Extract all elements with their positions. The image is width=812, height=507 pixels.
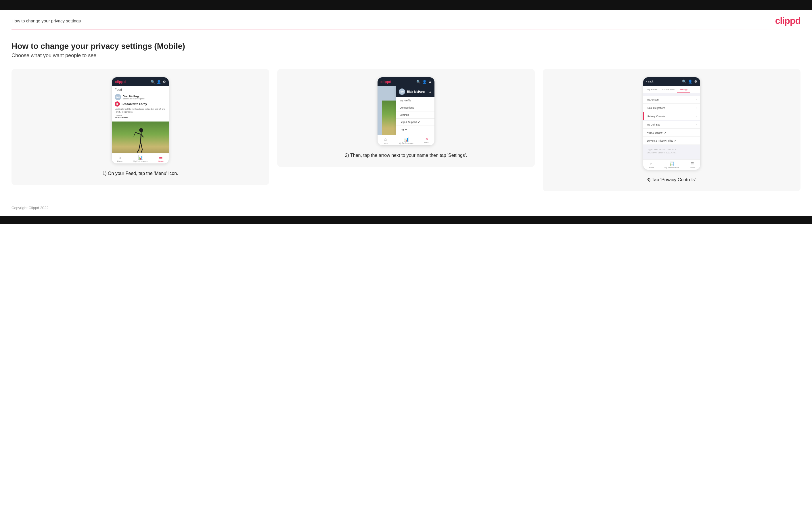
lesson-icon: 📋 <box>115 101 120 107</box>
phone-bottom-nav-3: ⌂ Home 📊 My Performance ☰ Menu <box>643 159 700 170</box>
feed-item: BM Blair McHarg Yesterday · Sunningdale … <box>112 92 169 121</box>
svg-line-8 <box>141 150 142 153</box>
settings-item-account[interactable]: My Account › <box>643 96 700 104</box>
svg-line-5 <box>139 142 141 150</box>
feed-lesson-title: Lesson with Fordy <box>121 103 147 106</box>
performance-icon-3: 📊 <box>669 161 674 166</box>
svg-point-0 <box>139 128 143 132</box>
chevron-right-icon-3: › <box>696 115 697 118</box>
user-icon[interactable]: 👤 <box>157 80 161 84</box>
menu-item-settings[interactable]: Settings <box>396 111 435 119</box>
footer-text: Copyright Clippd 2022 <box>11 206 49 210</box>
svg-line-2 <box>136 132 141 134</box>
menu-settings-label: Settings <box>399 113 409 116</box>
settings-icon[interactable]: ⚙ <box>163 80 166 84</box>
bottom-nav-close[interactable]: ✕ Menu <box>424 137 429 144</box>
bottom-bar <box>0 216 812 224</box>
svg-line-4 <box>134 132 136 136</box>
home-label-2: Home <box>383 142 388 144</box>
search-icon-3[interactable]: 🔍 <box>682 79 687 83</box>
menu-item-connections[interactable]: Connections <box>396 104 435 111</box>
user-icon-3[interactable]: 👤 <box>688 79 693 83</box>
performance-label-3: My Performance <box>664 167 679 169</box>
phone-mockup-3: ‹ Back 🔍 👤 ⚙ My Profile Connections Sett… <box>643 77 701 170</box>
settings-golf-bag-label: My Golf Bag <box>647 123 660 126</box>
performance-label-2: My Performance <box>399 142 413 144</box>
settings-item-privacy[interactable]: Privacy Controls › <box>643 112 700 120</box>
feed-avatar: BM <box>115 94 121 100</box>
feed-user-sub: Yesterday · Sunningdale <box>123 98 145 100</box>
bottom-nav-home-3[interactable]: ⌂ Home <box>648 161 654 169</box>
settings-item-service[interactable]: Service & Privacy Policy ↗ <box>643 137 700 145</box>
menu-user-avatar: BM <box>399 89 405 95</box>
menu-section-home[interactable]: Home ▼ <box>396 133 435 135</box>
menu-user-left: BM Blair McHarg <box>399 89 425 95</box>
svg-line-6 <box>137 150 139 153</box>
menu-label: Menu <box>158 160 164 162</box>
performance-icon: 📊 <box>138 155 143 160</box>
feed-user-row: BM Blair McHarg Yesterday · Sunningdale <box>115 94 166 100</box>
golfer-silhouette <box>133 127 148 153</box>
settings-help-label: Help & Support ↗ <box>647 131 666 134</box>
tab-my-profile[interactable]: My Profile <box>645 86 660 93</box>
settings-icon-2[interactable]: ⚙ <box>428 80 432 84</box>
bottom-nav-menu[interactable]: ☰ Menu <box>158 155 164 162</box>
bg-golf-img <box>382 101 398 135</box>
menu-item-profile[interactable]: My Profile <box>396 97 435 104</box>
settings-version: Clippd Client Version: 2022.8.3-3 GQL Se… <box>643 145 700 157</box>
menu-icon: ☰ <box>159 155 163 160</box>
search-icon[interactable]: 🔍 <box>151 80 155 84</box>
feed-lesson-desc: Looking to feel like my hands are exitin… <box>115 108 166 113</box>
settings-item-data[interactable]: Data Integrations › <box>643 104 700 112</box>
phone-nav-1: clippd 🔍 👤 ⚙ <box>112 77 169 86</box>
settings-icon-3[interactable]: ⚙ <box>694 79 697 83</box>
back-button[interactable]: ‹ Back <box>646 80 654 83</box>
menu-item-help[interactable]: Help & Support ↗ <box>396 119 435 126</box>
settings-item-golf-bag[interactable]: My Golf Bag › <box>643 121 700 129</box>
phone-nav-icons-3: 🔍 👤 ⚙ <box>682 79 697 83</box>
header-title: How to change your privacy settings <box>11 18 81 23</box>
close-label: Menu <box>424 142 429 144</box>
step-1-card: clippd 🔍 👤 ⚙ Feed BM Blair <box>11 69 269 185</box>
top-bar <box>0 0 812 10</box>
bottom-nav-menu-3[interactable]: ☰ Menu <box>690 161 695 169</box>
footer: Copyright Clippd 2022 <box>0 200 812 216</box>
bottom-nav-performance-3[interactable]: 📊 My Performance <box>664 161 679 169</box>
bottom-nav-home[interactable]: ⌂ Home <box>117 155 122 162</box>
tab-connections[interactable]: Connections <box>660 86 677 93</box>
bottom-nav-home-2[interactable]: ⌂ Home <box>383 137 388 144</box>
settings-privacy-label: Privacy Controls <box>648 115 665 118</box>
performance-label: My Performance <box>133 160 148 162</box>
logo: clippd <box>775 15 801 26</box>
bottom-nav-performance-2[interactable]: 📊 My Performance <box>399 137 413 144</box>
svg-line-7 <box>141 142 142 150</box>
menu-profile-label: My Profile <box>399 99 411 102</box>
chevron-right-icon-4: › <box>696 123 697 126</box>
step-2-caption: 2) Then, tap the arrow next to your name… <box>345 152 467 159</box>
chevron-up-icon[interactable]: ▲ <box>429 90 432 93</box>
phone-mockup-1: clippd 🔍 👤 ⚙ Feed BM Blair <box>111 77 169 164</box>
bottom-nav-performance[interactable]: 📊 My Performance <box>133 155 148 162</box>
header: How to change your privacy settings clip… <box>0 10 812 30</box>
tab-settings[interactable]: Settings <box>677 86 690 93</box>
feed-user-name: Blair McHarg <box>123 95 145 98</box>
page-heading: How to change your privacy settings (Mob… <box>11 42 801 51</box>
svg-line-1 <box>141 132 141 142</box>
home-label: Home <box>117 160 122 162</box>
main-content: How to change your privacy settings (Mob… <box>0 30 812 200</box>
step-2-card: clippd 🔍 👤 ⚙ <box>277 69 535 167</box>
phone-bottom-nav-2: ⌂ Home 📊 My Performance ✕ Menu <box>377 135 435 145</box>
menu-connections-label: Connections <box>399 106 414 109</box>
settings-data-label: Data Integrations <box>647 107 665 109</box>
menu-overlay: BM Blair McHarg ▲ My Profile Connections <box>377 86 435 135</box>
golf-image <box>112 121 169 153</box>
home-label-3: Home <box>648 167 654 169</box>
phone-nav-2: clippd 🔍 👤 ⚙ <box>377 77 435 86</box>
menu-item-logout[interactable]: Logout <box>396 126 435 133</box>
settings-item-help[interactable]: Help & Support ↗ <box>643 129 700 137</box>
search-icon-2[interactable]: 🔍 <box>416 80 421 84</box>
phone-nav-icons-1: 🔍 👤 ⚙ <box>151 80 166 84</box>
user-icon-2[interactable]: 👤 <box>422 80 427 84</box>
chevron-right-icon: › <box>696 98 697 101</box>
phone-nav-icons-2: 🔍 👤 ⚙ <box>416 80 432 84</box>
